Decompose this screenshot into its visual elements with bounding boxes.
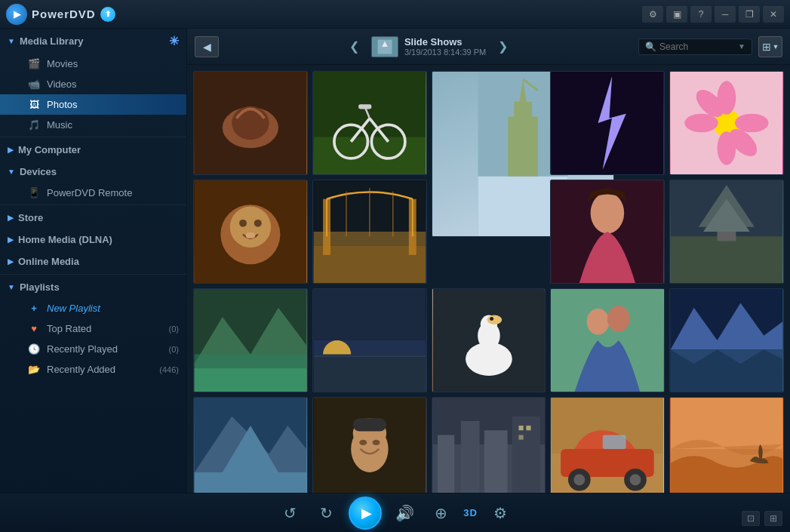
svg-rect-13 xyxy=(358,104,371,109)
sidebar-item-top-rated[interactable]: ♥ Top Rated (0) xyxy=(0,318,186,339)
volume-button[interactable]: 🔊 xyxy=(391,500,418,527)
content-scroll-area xyxy=(187,65,790,493)
search-bar[interactable]: 🔍 ▼ xyxy=(638,38,752,55)
view-dropdown-icon: ▼ xyxy=(773,43,779,51)
photo-trees[interactable] xyxy=(669,180,784,284)
top-rated-label: Top Rated xyxy=(47,323,91,334)
chevron-right-icon-3: ▶ xyxy=(8,235,14,244)
home-media-label: Home Media (DLNA) xyxy=(18,234,112,245)
fast-forward-button[interactable]: ↻ xyxy=(312,500,340,527)
photo-couple[interactable] xyxy=(550,288,665,392)
sidebar-item-photos[interactable]: 🖼 Photos xyxy=(0,94,186,115)
sidebar-item-recently-played[interactable]: 🕓 Recently Played (0) xyxy=(0,339,186,359)
app-title: PowerDVD xyxy=(32,8,96,20)
photo-lake-mountains[interactable] xyxy=(669,288,784,392)
new-playlist-label: New Playlist xyxy=(47,303,100,314)
photo-city[interactable] xyxy=(432,397,546,493)
sidebar-item-recently-added[interactable]: 📂 Recently Added (446) xyxy=(0,359,186,380)
settings-window-button[interactable]: ⚙ xyxy=(642,6,663,23)
remote-icon: 📱 xyxy=(27,188,41,198)
photos-label: Photos xyxy=(47,99,77,110)
search-icon: 🔍 xyxy=(645,42,656,52)
svg-point-34 xyxy=(239,220,247,227)
svg-rect-94 xyxy=(526,426,530,430)
sidebar-item-home-media[interactable]: ▶ Home Media (DLNA) xyxy=(0,229,186,251)
settings-bottom-button[interactable]: ⚙ xyxy=(487,500,514,527)
photo-lightning[interactable] xyxy=(550,71,665,175)
add-icon: + xyxy=(27,303,41,314)
photo-vintage-car[interactable] xyxy=(550,397,665,493)
photo-goose[interactable] xyxy=(432,288,546,392)
svg-rect-95 xyxy=(518,435,523,439)
svg-rect-89 xyxy=(438,435,454,493)
window-controls: ⚙ ▣ ? ─ ❐ ✕ xyxy=(642,6,784,23)
chevron-right-icon-4: ▶ xyxy=(8,257,14,266)
app-logo-area: ▶ PowerDVD ⬆ xyxy=(6,4,642,25)
sidebar-item-music[interactable]: 🎵 Music xyxy=(0,115,186,135)
sidebar-item-online-media[interactable]: ▶ Online Media xyxy=(0,251,186,272)
photo-desert-sand[interactable] xyxy=(669,397,784,493)
rewind-button[interactable]: ↺ xyxy=(276,500,303,527)
svg-rect-59 xyxy=(314,289,426,345)
svg-rect-91 xyxy=(484,430,507,493)
photo-flower[interactable] xyxy=(669,71,784,175)
chevron-down-icon: ▼ xyxy=(8,37,15,45)
next-slideshow-button[interactable]: ❯ xyxy=(492,36,513,57)
sidebar-item-videos[interactable]: 📹 Videos xyxy=(0,74,186,94)
svg-point-71 xyxy=(587,309,610,335)
sidebar-item-new-playlist[interactable]: + New Playlist xyxy=(0,298,186,318)
help-button[interactable]: ? xyxy=(690,6,712,23)
svg-point-86 xyxy=(372,440,380,445)
back-button[interactable]: ◀ xyxy=(195,36,219,57)
svg-point-28 xyxy=(735,114,769,133)
photo-lion[interactable] xyxy=(193,180,308,284)
sidebar-section-media-library[interactable]: ▼ Media Library ✳ xyxy=(0,29,186,54)
divider-3 xyxy=(0,274,186,275)
sidebar-item-my-computer[interactable]: ▶ My Computer xyxy=(0,139,186,161)
slideshow-title: Slide Shows xyxy=(404,36,486,48)
sidebar-section-devices[interactable]: ▼ Devices xyxy=(0,161,186,183)
main-layout: ▼ Media Library ✳ 🎬 Movies 📹 Videos 🖼 Ph… xyxy=(0,29,790,493)
search-dropdown-icon[interactable]: ▼ xyxy=(738,42,745,51)
minimize-button[interactable]: ─ xyxy=(715,6,736,23)
top-rated-count: (0) xyxy=(169,324,179,334)
sidebar: ▼ Media Library ✳ 🎬 Movies 📹 Videos 🖼 Ph… xyxy=(0,29,187,493)
chevron-down-icon-2: ▼ xyxy=(8,168,15,176)
svg-rect-20 xyxy=(552,72,663,174)
restore-button[interactable]: ❐ xyxy=(739,6,760,23)
sidebar-item-store[interactable]: ▶ Store xyxy=(0,207,186,229)
slideshow-thumbnail xyxy=(371,36,398,57)
bottom-right-controls: ⊡ ⊞ xyxy=(742,511,782,526)
svg-point-27 xyxy=(684,114,718,133)
pip-button[interactable]: ⊡ xyxy=(742,511,760,526)
sidebar-item-movies[interactable]: 🎬 Movies xyxy=(0,54,186,74)
photo-mountain-blue[interactable] xyxy=(193,397,308,493)
search-input[interactable] xyxy=(659,42,735,52)
photo-mountains-green[interactable] xyxy=(193,288,308,392)
photo-bicycle[interactable] xyxy=(312,71,427,175)
play-button[interactable]: ▶ xyxy=(349,497,382,530)
close-button[interactable]: ✕ xyxy=(763,6,784,23)
update-button[interactable]: ⬆ xyxy=(100,7,115,22)
slideshow-date: 3/19/2013 8:14:39 PM xyxy=(404,48,486,57)
music-label: Music xyxy=(47,119,72,131)
videos-icon: 📹 xyxy=(27,79,41,90)
expand-button[interactable]: ⊞ xyxy=(764,511,782,526)
sidebar-section-playlists[interactable]: ▼ Playlists xyxy=(0,276,186,298)
title-bar: ▶ PowerDVD ⬆ ⚙ ▣ ? ─ ❐ ✕ xyxy=(0,0,790,29)
view-mode-button[interactable]: ⊞ ▼ xyxy=(758,36,782,57)
prev-slideshow-button[interactable]: ❮ xyxy=(344,36,365,57)
photo-sunset-field[interactable] xyxy=(312,288,427,392)
svg-rect-90 xyxy=(460,421,479,493)
zoom-button[interactable]: ⊕ xyxy=(427,500,454,527)
photo-grid-area xyxy=(187,65,790,493)
monitor-button[interactable]: ▣ xyxy=(666,6,687,23)
svg-rect-16 xyxy=(508,116,538,176)
svg-rect-17 xyxy=(514,102,532,121)
recently-played-label: Recently Played xyxy=(47,343,118,355)
photo-woman[interactable] xyxy=(550,180,665,284)
sidebar-item-powerdvd-remote[interactable]: 📱 PowerDVD Remote xyxy=(0,183,186,203)
photo-bridge[interactable] xyxy=(312,180,427,284)
photo-snail[interactable] xyxy=(193,71,308,175)
photo-old-man[interactable] xyxy=(312,397,427,493)
